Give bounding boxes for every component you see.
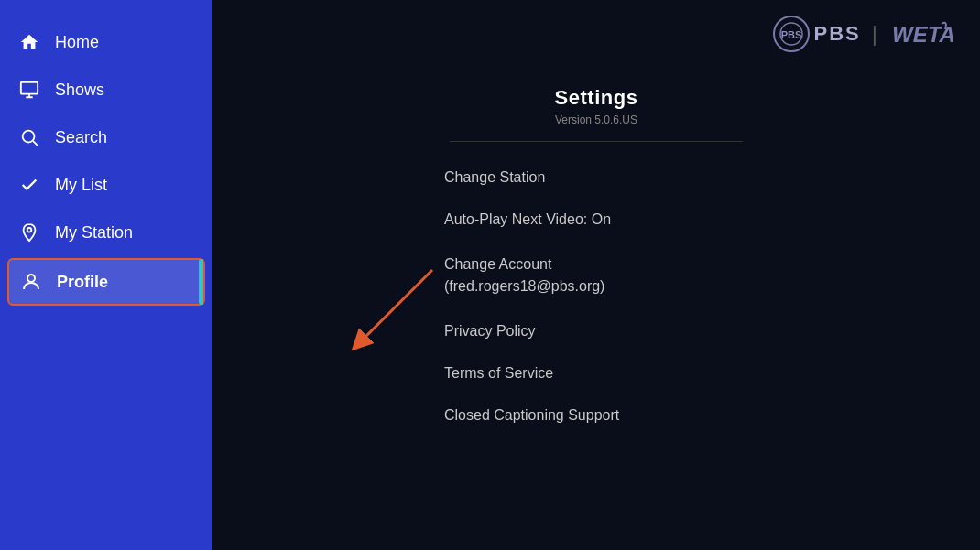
shows-icon [18,79,40,101]
settings-divider [450,141,743,142]
search-icon [18,126,40,148]
settings-item-autoplay[interactable]: Auto-Play Next Video: On [441,199,752,241]
sidebar-label-profile: Profile [57,273,108,292]
svg-line-2 [33,141,38,146]
pbs-logo: PBS PBS [772,15,861,53]
active-indicator [199,259,203,305]
svg-text:WETA: WETA [892,22,953,47]
sidebar-label-home: Home [55,33,99,52]
pbs-text: PBS [814,22,861,46]
settings-item-privacy-policy[interactable]: Privacy Policy [441,310,752,352]
sidebar-item-profile[interactable]: Profile [7,258,205,306]
settings-item-terms-of-service[interactable]: Terms of Service [441,352,752,394]
weta-logo-icon: WETA [888,16,953,51]
svg-text:PBS: PBS [780,29,801,40]
sidebar-label-search: Search [55,128,107,147]
sidebar-item-mystation[interactable]: My Station [0,209,212,256]
main-content: PBS PBS | WETA Settings Version 5.0.6.US [212,0,980,550]
svg-rect-0 [21,82,38,94]
profile-icon [20,271,42,293]
settings-version: Version 5.0.6.US [555,113,637,126]
settings-item-closed-captioning[interactable]: Closed Captioning Support [441,394,752,437]
change-account-label: Change Account (fred.rogers18@pbs.org) [444,253,748,297]
sidebar-label-shows: Shows [55,81,104,100]
logo-divider: | [872,21,877,47]
svg-point-3 [27,228,32,232]
sidebar-item-mylist[interactable]: My List [0,161,212,209]
checkmark-icon [18,174,40,196]
sidebar: Home Shows Search My List [0,0,212,550]
home-icon [18,31,40,53]
settings-item-change-station[interactable]: Change Station [441,156,752,199]
settings-title: Settings [555,86,638,110]
location-icon [18,221,40,243]
svg-point-1 [23,131,35,143]
settings-list: Change Station Auto-Play Next Video: On … [441,156,752,437]
header: PBS PBS | WETA [212,0,980,68]
weta-logo: WETA [888,16,953,51]
sidebar-item-shows[interactable]: Shows [0,66,212,113]
svg-point-4 [27,275,35,282]
settings-item-change-account[interactable]: Change Account (fred.rogers18@pbs.org) [441,241,752,310]
pbs-logo-icon: PBS [772,15,811,53]
settings-panel: Settings Version 5.0.6.US Change Station… [212,68,980,550]
sidebar-item-search[interactable]: Search [0,113,212,161]
sidebar-item-home[interactable]: Home [0,18,212,66]
sidebar-label-mystation: My Station [55,223,133,243]
sidebar-label-mylist: My List [55,176,107,195]
logo-area: PBS PBS | WETA [772,15,953,53]
